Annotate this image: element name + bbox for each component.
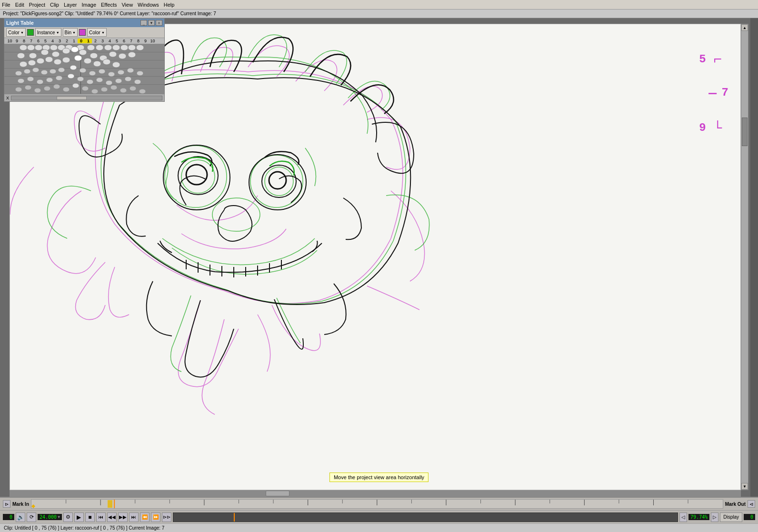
menu-help[interactable]: Help xyxy=(164,2,175,8)
lt-controls: Color ▼ Instance ▼ Bin ▼ Color ▼ xyxy=(4,27,164,38)
svg-point-13 xyxy=(35,45,42,50)
playback-timeline[interactable] xyxy=(173,512,678,522)
lt-scrollbar-thumb[interactable] xyxy=(57,96,87,100)
lt-color-dropdown[interactable]: Color ▼ xyxy=(6,28,26,37)
svg-point-77 xyxy=(25,85,31,90)
menu-edit[interactable]: Edit xyxy=(15,2,24,8)
svg-point-33 xyxy=(90,53,98,59)
svg-point-57 xyxy=(89,71,96,76)
menu-file[interactable]: File xyxy=(2,2,10,8)
svg-point-36 xyxy=(119,53,126,59)
zoom-in-btn[interactable]: ▷ xyxy=(711,512,718,522)
svg-point-50 xyxy=(24,69,30,74)
statusbar-top: Project: "DickFigures-song2" Clip: "Unti… xyxy=(0,10,758,18)
timeline-ruler[interactable] xyxy=(31,499,723,509)
svg-point-52 xyxy=(41,70,48,75)
bottom-scrollbar[interactable] xyxy=(10,490,741,497)
svg-point-42 xyxy=(54,59,61,65)
svg-point-60 xyxy=(118,70,124,75)
transport-area: ⊳ Mark In xyxy=(0,497,758,523)
svg-point-30 xyxy=(62,48,70,54)
lt-color2-dropdown[interactable]: Color ▼ xyxy=(87,28,107,37)
menu-clip[interactable]: Clip xyxy=(50,2,59,8)
svg-point-85 xyxy=(101,87,108,92)
play-btn[interactable]: ▶ xyxy=(74,512,84,522)
tooltip: Move the project view area horizontally xyxy=(329,473,429,482)
menubar: File Edit Project Clip Layer Image Effec… xyxy=(0,0,758,10)
svg-point-84 xyxy=(91,89,98,94)
svg-point-19 xyxy=(87,45,95,50)
lt-minimize-btn[interactable]: _ xyxy=(140,20,147,26)
menu-windows[interactable]: Windows xyxy=(138,2,159,8)
mark-out-value: 0 xyxy=(744,514,755,520)
lt-dropdown-arrow[interactable]: ▼ xyxy=(148,20,155,26)
lt-x-scrollbar[interactable]: X xyxy=(4,94,164,101)
fps-display[interactable]: 24.000 ▼ xyxy=(38,514,62,520)
lt-x-label: X xyxy=(6,96,9,100)
svg-point-31 xyxy=(71,47,79,52)
mark-in-icon[interactable]: ⊳ xyxy=(3,500,10,508)
lt-tracks xyxy=(4,44,164,94)
svg-point-83 xyxy=(82,86,89,91)
svg-point-59 xyxy=(108,72,115,77)
svg-point-24 xyxy=(128,45,136,50)
prev-key-btn[interactable]: ⏮ xyxy=(96,512,106,522)
mark-out-label: Mark Out xyxy=(725,502,746,507)
lt-titlebar: Light Table _ ▼ X xyxy=(4,19,164,27)
svg-point-12 xyxy=(27,45,35,50)
menu-effects[interactable]: Effects xyxy=(101,2,117,8)
bottom-scrollbar-thumb[interactable] xyxy=(266,491,289,496)
svg-point-61 xyxy=(127,68,134,73)
next-frame-btn[interactable]: ▶▶ xyxy=(118,512,128,522)
menu-image[interactable]: Image xyxy=(81,2,96,8)
volume-btn[interactable]: 🔊 xyxy=(16,512,25,522)
svg-point-49 xyxy=(15,71,22,76)
right-scrollbar[interactable]: ▲ ▼ xyxy=(741,24,748,490)
svg-point-44 xyxy=(74,55,82,61)
svg-point-73 xyxy=(115,79,122,83)
svg-point-46 xyxy=(93,61,101,67)
svg-point-10 xyxy=(269,172,286,189)
loop-btn[interactable]: ⟳ xyxy=(27,512,36,522)
svg-point-69 xyxy=(77,77,84,81)
svg-point-20 xyxy=(96,45,103,50)
menu-layer[interactable]: Layer xyxy=(64,2,77,8)
svg-point-55 xyxy=(70,65,77,70)
svg-point-71 xyxy=(96,78,103,82)
step-fwd-btn[interactable]: ⏩ xyxy=(151,512,160,522)
display-btn[interactable]: Display xyxy=(720,512,742,522)
right-scrollbar-thumb[interactable] xyxy=(742,118,748,146)
svg-point-22 xyxy=(112,45,120,50)
svg-point-25 xyxy=(136,45,144,50)
mark-out-icon[interactable]: ⊲ xyxy=(748,500,755,508)
svg-point-86 xyxy=(110,85,117,90)
svg-point-35 xyxy=(109,51,117,57)
end-btn[interactable]: ⊳⊳ xyxy=(162,512,171,522)
right-scrollbar-up[interactable]: ▲ xyxy=(741,24,748,31)
svg-point-68 xyxy=(68,74,74,79)
svg-point-70 xyxy=(87,79,93,84)
menu-view[interactable]: View xyxy=(121,2,133,8)
lt-close-btn[interactable]: X xyxy=(156,20,162,26)
reg-mark-5: 5 xyxy=(699,53,706,66)
zoom-out-btn[interactable]: ◁ xyxy=(679,512,687,522)
svg-point-29 xyxy=(52,51,60,57)
svg-point-37 xyxy=(128,52,136,58)
next-key-btn[interactable]: ⏭ xyxy=(129,512,139,522)
right-scrollbar-down[interactable]: ▼ xyxy=(741,483,748,490)
svg-point-43 xyxy=(62,57,70,63)
lt-bin-dropdown[interactable]: Bin ▼ xyxy=(63,28,78,37)
svg-point-54 xyxy=(58,68,65,72)
lt-scrollbar-track[interactable] xyxy=(11,96,162,100)
stop-btn[interactable]: ■ xyxy=(85,512,95,522)
settings-btn[interactable]: ⚙ xyxy=(63,512,73,522)
svg-point-7 xyxy=(186,165,207,185)
svg-point-81 xyxy=(63,87,70,92)
svg-point-38 xyxy=(20,61,27,67)
prev-frame-btn[interactable]: ◀◀ xyxy=(107,512,117,522)
step-back-btn[interactable]: ⏪ xyxy=(140,512,150,522)
svg-point-27 xyxy=(29,53,37,59)
menu-project[interactable]: Project xyxy=(29,2,45,8)
lt-instance-dropdown[interactable]: Instance ▼ xyxy=(35,28,61,37)
svg-point-45 xyxy=(84,58,91,64)
